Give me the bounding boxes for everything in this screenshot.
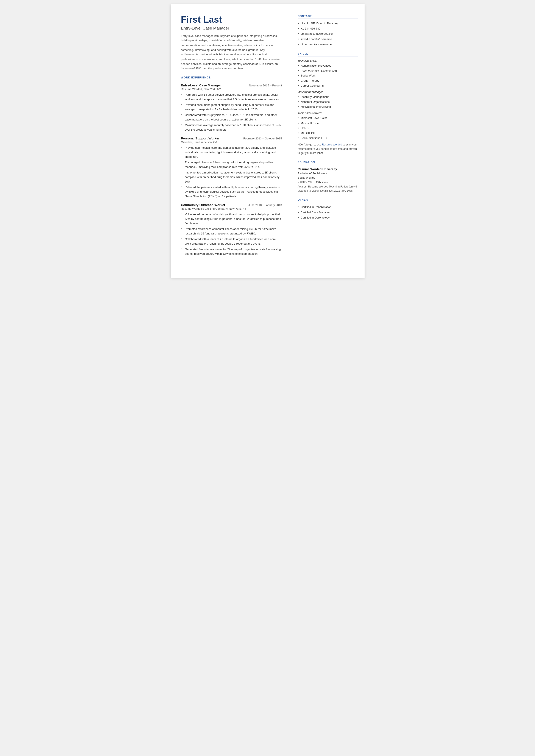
job-bullet-2-0: Volunteered on behalf of at-risk youth a… [181,212,282,226]
contact-item-4: github.com/resumeworded [298,42,358,46]
job-bullet-1-0: Provide non-medical care and domestic he… [181,146,282,159]
job-title-2: Community Outreach Worker [181,203,225,207]
edu-degree: Bachelor of Social Work Social Welfare B… [298,171,358,184]
skills-list-0: Rehabilitation (Advanced)Psychotherapy (… [298,64,358,88]
job-bullets-1: Provide non-medical care and domestic he… [181,146,282,199]
job-bullet-0-0: Partnered with 14 other service provider… [181,93,282,101]
right-column: CONTACT Lincoln, NE (Open to Remote)+1-2… [291,4,365,278]
other-item-1: Certified Case Manager. [298,210,358,214]
promo-text: • Don't forget to use Resume Worded to s… [298,143,358,155]
skill-item-2-2: HCPCS [298,126,358,130]
job-header-0: Entry-Level Case ManagerNovember 2015 – … [181,84,282,87]
job-bullet-0-2: Collaborated with 23 physicians, 15 nurs… [181,113,282,122]
other-section-title: OTHER [298,198,358,202]
job-bullets-2: Volunteered on behalf of at-risk youth a… [181,212,282,256]
skills-cat-label-0: Technical Skills: [298,59,358,62]
job-title-0: Entry-Level Case Manager [181,84,221,87]
edu-field: Social Welfare [298,176,316,179]
skills-section: SKILLS Technical Skills:Rehabilitation (… [298,52,358,155]
other-section: OTHER Certified in Rehabilitation.Certif… [298,198,358,220]
skill-item-0-1: Psychotherapy (Experienced) [298,69,358,72]
job-bullets-0: Partnered with 14 other service provider… [181,93,282,132]
skills-section-title: SKILLS [298,52,358,56]
job-bullet-2-2: Collaborated with a team of 27 interns t… [181,237,282,246]
skills-cat-label-2: Tools and Software: [298,111,358,115]
jobs-container: Entry-Level Case ManagerNovember 2015 – … [181,84,282,256]
contact-item-2: email@resumeworded.com [298,32,358,36]
job-company-2: Resume Worded's Exciting Company, New Yo… [181,207,282,210]
job-header-2: Community Outreach WorkerJune 2010 – Jan… [181,203,282,207]
job-company-1: Growthsi, San Francisco, CA [181,141,282,144]
skill-item-1-0: Disability Management [298,95,358,99]
job-title-1: Personal Support Worker [181,137,219,140]
job-bullet-1-1: Encouraged clients to follow through wit… [181,160,282,169]
left-column: First Last Entry-Level Case Manager Entr… [171,4,291,278]
skill-item-0-2: Social Work [298,73,358,78]
skill-item-2-0: Microsoft PowerPoint [298,116,358,120]
skill-item-1-2: Motivational Interviewing [298,105,358,109]
contact-section-title: CONTACT [298,14,358,19]
job-bullet-2-3: Generated financial resources for 27 non… [181,247,282,256]
job-bullet-0-1: Provided case management support by cond… [181,102,282,112]
name-block: First Last Entry-Level Case Manager [181,14,282,31]
skill-item-0-4: Career Counseling [298,84,358,88]
contact-item-1: +1-234-456-789 [298,26,358,31]
summary-text: Entry-level case manager with 10 years o… [181,34,282,71]
skills-container: Technical Skills:Rehabilitation (Advance… [298,59,358,140]
edu-location-date: Boston, MA — May 2010 [298,180,328,183]
candidate-title: Entry-Level Case Manager [181,26,282,31]
skill-item-2-4: Social Solutions ETO [298,136,358,140]
skill-item-2-1: Microsoft Excel [298,121,358,125]
contact-section: CONTACT Lincoln, NE (Open to Remote)+1-2… [298,14,358,46]
work-experience-section-title: WORK EXPERIENCE [181,76,282,80]
job-dates-2: June 2010 – January 2013 [248,204,282,207]
other-item-2: Certified in Gerontology. [298,215,358,220]
edu-block: Resume Worded University Bachelor of Soc… [298,167,358,193]
job-block-0: Entry-Level Case ManagerNovember 2015 – … [181,84,282,132]
job-block-2: Community Outreach WorkerJune 2010 – Jan… [181,203,282,256]
job-bullet-2-1: Promoted awareness of mental illness aft… [181,227,282,236]
edu-degree-name: Bachelor of Social Work [298,172,327,175]
job-dates-0: November 2015 – Present [249,84,282,87]
job-bullet-1-2: Implemented a medication management syst… [181,170,282,184]
job-bullet-1-3: Relieved the pain associated with multip… [181,185,282,199]
education-section-title: EDUCATION [298,161,358,165]
edu-university: Resume Worded University [298,167,358,171]
other-list: Certified in Rehabilitation.Certified Ca… [298,205,358,220]
skills-list-2: Microsoft PowerPointMicrosoft ExcelHCPCS… [298,116,358,140]
job-block-1: Personal Support WorkerFebruary 2013 – O… [181,137,282,199]
job-bullet-0-3: Maintained an average monthly caseload o… [181,123,282,132]
job-dates-1: February 2013 – October 2015 [243,137,282,140]
skill-item-1-1: Nonprofit Organizations [298,100,358,104]
skills-cat-label-1: Industry Knowledge: [298,90,358,94]
resume-page: First Last Entry-Level Case Manager Entr… [171,4,365,278]
skill-item-2-3: MEDITECH [298,131,358,135]
resume-worded-link[interactable]: Resume Worded [322,143,342,146]
education-section: EDUCATION Resume Worded University Bache… [298,161,358,193]
contact-item-0: Lincoln, NE (Open to Remote) [298,21,358,25]
skill-item-0-3: Group Therapy [298,79,358,83]
skills-list-1: Disability ManagementNonprofit Organizat… [298,95,358,109]
edu-awards: Awards: Resume Worded Teaching Fellow (o… [298,185,358,193]
job-company-0: Resume Worded, New York, NY [181,88,282,91]
candidate-name: First Last [181,14,282,25]
other-item-0: Certified in Rehabilitation. [298,205,358,209]
skill-item-0-0: Rehabilitation (Advanced) [298,64,358,68]
contact-list: Lincoln, NE (Open to Remote)+1-234-456-7… [298,21,358,46]
job-header-1: Personal Support WorkerFebruary 2013 – O… [181,137,282,140]
contact-item-3: linkedin.com/in/username [298,37,358,41]
